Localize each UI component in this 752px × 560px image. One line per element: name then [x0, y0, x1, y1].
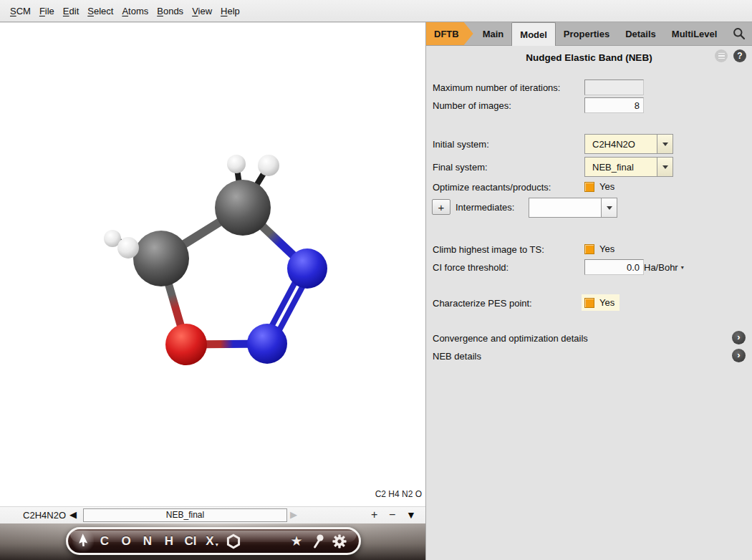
menu-edit[interactable]: Edit	[63, 6, 79, 16]
help-button[interactable]: ?	[733, 49, 746, 62]
num-images-input[interactable]	[584, 97, 644, 113]
unit-dropdown-icon: ▾	[681, 264, 684, 271]
menu-bar: SCMFileEditSelectAtomsBondsViewHelp	[0, 0, 752, 22]
element-c-button[interactable]: C	[94, 529, 115, 553]
element-x-button[interactable]: X▾	[201, 529, 223, 553]
molecule-viewer[interactable]: C2 H4 N2 O	[0, 23, 425, 506]
element-cl-button[interactable]: Cl	[180, 529, 201, 553]
characterize-pes-label: Characterize PES point:	[433, 298, 532, 309]
menu-bonds[interactable]: Bonds	[157, 6, 183, 16]
atom-H1[interactable]	[227, 155, 246, 173]
menu-select[interactable]: Select	[87, 6, 113, 16]
max-iterations-label: Maximum number of iterations:	[433, 82, 560, 93]
final-system-value: NEB_final	[585, 158, 657, 176]
climb-highest-value: Yes	[599, 243, 614, 254]
pointer-icon[interactable]	[72, 529, 94, 553]
climb-highest-label: Climb highest image to TS:	[433, 244, 544, 255]
prev-frame-button[interactable]: ◀	[69, 509, 77, 520]
toolbar-reflection	[69, 555, 360, 560]
star-icon[interactable]: ★	[286, 529, 307, 553]
characterize-pes-value: Yes	[599, 297, 614, 308]
tab-bar: DFTBMainModelPropertiesDetailsMultiLevel	[426, 22, 752, 46]
bottom-toolbar-strip: CONHClX▾★	[0, 523, 425, 560]
next-frame-button[interactable]: ▶	[290, 509, 297, 520]
tab-properties[interactable]: Properties	[556, 22, 617, 45]
menu-atoms[interactable]: Atoms	[122, 6, 148, 16]
add-frame-button[interactable]: +	[371, 508, 377, 521]
tab-model[interactable]: Model	[511, 22, 556, 46]
optimize-reactants-label: Optimize reactants/products:	[433, 182, 551, 193]
ci-force-threshold-input[interactable]	[584, 259, 644, 275]
initial-system-label: Initial system:	[433, 139, 489, 150]
frame-status-bar: C2H4N2O ◀ NEB_final ▶ + − ▼	[0, 506, 425, 524]
menu-file[interactable]: File	[39, 6, 54, 16]
chevron-down-icon: ▾	[216, 541, 218, 548]
tab-dftb[interactable]: DFTB	[426, 22, 473, 45]
element-o-button[interactable]: O	[115, 529, 137, 553]
chevron-down-icon[interactable]	[601, 198, 617, 217]
menu-scm[interactable]: SCM	[10, 6, 31, 16]
intermediates-dropdown[interactable]	[529, 198, 617, 218]
atom-N2[interactable]	[247, 324, 287, 364]
search-icon[interactable]	[726, 22, 752, 45]
atom-C2[interactable]	[133, 231, 189, 286]
num-images-label: Number of images:	[433, 100, 511, 111]
climb-highest-checkbox[interactable]	[584, 244, 594, 254]
neb-details-button[interactable]: ›	[732, 349, 746, 362]
neb-details-label: NEB details	[433, 351, 481, 362]
formula-label: C2 H4 N2 O	[375, 489, 422, 499]
element-toolbar: CONHClX▾★	[66, 527, 361, 555]
characterize-pes-checkbox[interactable]	[584, 298, 594, 308]
menu-view[interactable]: View	[192, 6, 212, 16]
frames-expand-button[interactable]: ▼	[406, 509, 416, 521]
hexagon-icon[interactable]	[223, 529, 244, 553]
add-intermediate-button[interactable]: +	[432, 199, 450, 215]
optimize-reactants-checkbox[interactable]	[584, 182, 594, 192]
tab-multilevel[interactable]: MultiLevel	[664, 22, 726, 45]
lollipop-icon[interactable]	[307, 529, 329, 553]
atom-H2[interactable]	[258, 155, 279, 176]
atom-N1[interactable]	[287, 248, 327, 289]
characterize-pes-row: Yes	[582, 294, 620, 311]
optimize-reactants-row: Yes	[584, 181, 614, 192]
unit-selector[interactable]: Ha/Bohr▾	[644, 262, 684, 273]
chevron-down-icon[interactable]	[657, 158, 673, 176]
tab-main[interactable]: Main	[475, 22, 512, 45]
frame-name-box[interactable]: NEB_final	[83, 508, 287, 522]
star-icon: ★	[290, 534, 302, 548]
menu-help[interactable]: Help	[221, 6, 240, 16]
panel-menu-button[interactable]	[715, 49, 728, 62]
climb-highest-row: Yes	[584, 243, 614, 254]
final-system-label: Final system:	[433, 162, 488, 173]
ci-force-threshold-label: CI force threshold:	[433, 262, 508, 273]
gear-icon[interactable]	[329, 529, 350, 553]
intermediates-label: Intermediates:	[455, 202, 514, 213]
atom-H4[interactable]	[117, 237, 139, 259]
molecule-3d-render[interactable]	[0, 23, 425, 506]
element-n-button[interactable]: N	[137, 529, 158, 553]
tab-details[interactable]: Details	[617, 22, 664, 45]
panel-title: Nudged Elastic Band (NEB)	[426, 52, 752, 63]
element-h-button[interactable]: H	[158, 529, 180, 553]
atom-C1[interactable]	[215, 180, 271, 236]
chevron-down-icon[interactable]	[657, 135, 673, 153]
unit-label: Ha/Bohr	[644, 262, 678, 273]
convergence-details-button[interactable]: ›	[732, 331, 746, 344]
max-iterations-input[interactable]	[584, 79, 644, 95]
atom-O1[interactable]	[165, 324, 207, 365]
convergence-details-label: Convergence and optimization details	[433, 333, 588, 344]
initial-system-dropdown[interactable]: C2H4N2O	[584, 134, 673, 154]
initial-system-value: C2H4N2O	[585, 135, 657, 153]
intermediates-value	[529, 198, 601, 217]
final-system-dropdown[interactable]: NEB_final	[584, 157, 673, 177]
input-panel: DFTBMainModelPropertiesDetailsMultiLevel…	[425, 22, 752, 560]
current-system-label: C2H4N2O	[0, 510, 66, 521]
remove-frame-button[interactable]: −	[389, 508, 395, 521]
optimize-reactants-value: Yes	[599, 181, 614, 192]
